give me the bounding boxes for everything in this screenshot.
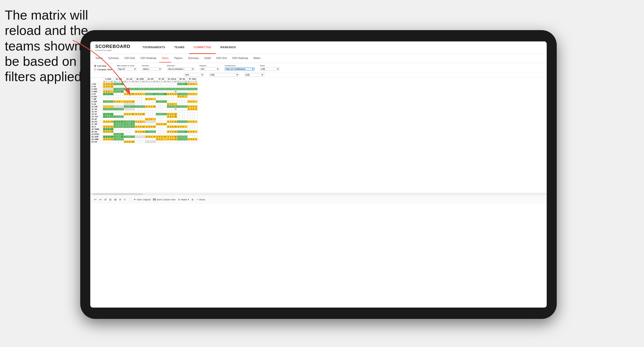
region-group: Region N/A (200, 65, 220, 71)
full-view-radio[interactable]: Full View (94, 65, 112, 67)
zoom-out-button[interactable]: ⊖ (109, 198, 112, 201)
bottom-toolbar: ↩ ↪ ↺ ⊖ ⊕ ⚙ ⏱ (90, 195, 547, 204)
sub-nav-teams[interactable]: Teams (93, 54, 105, 63)
row-label-ut: 5. UT (91, 93, 103, 95)
row-label-vu: 2. VU (91, 85, 103, 88)
conference-all-group: (All) (209, 73, 239, 77)
conference-group: Conference Pac-12 Conference (All) (225, 65, 255, 71)
sub-nav-matrix2[interactable]: Matrix (251, 54, 263, 63)
sub-nav-players[interactable]: Players (172, 54, 185, 63)
table-row: 14. TTU 21 11022 20029 (91, 115, 198, 118)
zoom-out-icon: ⊖ (109, 198, 112, 201)
row-label-uaf: 8. UAF (91, 100, 103, 103)
table-row: 8. UAF 01014 120 01015 11011 010 (91, 100, 198, 103)
nav-items: TOURNAMENTS TEAMS COMMITTEE RANKINGS (138, 41, 240, 54)
nav-item-teams[interactable]: TEAMS (170, 41, 189, 54)
share-button[interactable]: ↗ Share (196, 198, 205, 201)
sh-uo-t: T (150, 81, 153, 83)
col-header-ucla: 31. UCLA (167, 78, 177, 81)
sh-su-l: L (158, 81, 161, 83)
view-original-button[interactable]: 👁 View: Original (134, 198, 150, 201)
conference-select[interactable]: Pac-12 Conference (All) (225, 67, 255, 71)
sh-ucb-l: L (137, 81, 140, 83)
row-label-uv: 12. UV (91, 110, 103, 113)
sh-uw-d: Dif (121, 81, 124, 83)
matrix-table: 3. ASU 10. UW 11. UA 22. UCB 24. UO 27. … (90, 77, 198, 143)
row-label-um: 7. UM (91, 98, 103, 100)
division-label: Division (167, 65, 195, 67)
grid-button[interactable]: ⊞ (192, 198, 194, 201)
sub-nav-h2h-grid2[interactable]: H2H Grid (214, 54, 229, 63)
sh-uw-w: W (114, 81, 116, 83)
table-row: 11. UA 01010 01010 15 3401 (91, 108, 198, 110)
sh-osu-w: W (187, 81, 190, 83)
sh-uu-l: L (180, 81, 182, 83)
row-label-ut2: 13. UT (91, 113, 103, 115)
sh-uu-d: Dif (184, 81, 187, 83)
share-label: Share (199, 198, 205, 201)
compact-view-radio[interactable]: Compact View (94, 68, 112, 71)
table-row: 16. UO 210-14 1201 110 21011 11011 210 (91, 121, 198, 123)
scrollbar-area[interactable] (90, 193, 547, 195)
matrix-scroll-area[interactable]: 3. ASU 10. UW 11. UA 22. UCB 24. UO 27. … (90, 77, 547, 193)
table-row: 10. UW 13011 30032 04173 25066 12051 145… (91, 105, 198, 108)
table-row: 23. UNM 200-21 20025 010 10018 01035 160… (91, 138, 198, 141)
eye-icon: 👁 (134, 198, 136, 201)
row-label-ua: 9. UA (91, 103, 103, 105)
row-label-git: 17. GIT (91, 123, 103, 126)
settings-icon: ⚙ (119, 198, 121, 201)
sh-ucb-d: Dif (142, 81, 145, 83)
table-row: 12. UV (91, 110, 198, 113)
col-header-osu: 57. OSU (187, 78, 197, 81)
team-select[interactable]: (All) (260, 67, 280, 71)
nav-item-committee[interactable]: COMMITTEE (189, 41, 216, 54)
division-select[interactable]: NCAA Division I NCAA Division II (167, 67, 195, 71)
tablet-device: SCOREBOARD Powered by clippd TOURNAMENTS… (80, 30, 557, 319)
settings-button[interactable]: ⚙ (119, 198, 121, 201)
sub-nav-matrix[interactable]: Matrix (159, 54, 171, 63)
sh-asu-d: Dif (110, 81, 114, 83)
region-na-select[interactable]: N/A (184, 73, 204, 77)
sub-nav-summary[interactable]: Summary (106, 54, 121, 63)
redo-button[interactable]: ↪ (99, 198, 102, 201)
toolbar-separator (130, 198, 130, 202)
row-label-unm: 23. UNM (91, 138, 103, 141)
filter-bar: Full View Compact View Max teams in view… (90, 63, 547, 73)
region-select[interactable]: N/A (200, 67, 220, 71)
sh-asu-t: T (108, 81, 110, 83)
table-row: 3. ASU 40080 500120 20048 00052 600160 9… (91, 88, 198, 90)
logo-title: SCOREBOARD (95, 44, 130, 49)
horizontal-scrollbar[interactable] (93, 194, 143, 195)
zoom-in-button[interactable]: ⊕ (114, 198, 117, 201)
watch-label: Watch (181, 198, 187, 201)
sh-su-d: Dif (163, 81, 167, 83)
undo-button[interactable]: ↩ (94, 198, 97, 201)
table-row: 9. UA 010 (91, 103, 198, 105)
nav-item-tournaments[interactable]: TOURNAMENTS (138, 41, 170, 54)
col-header-uw: 10. UW (114, 78, 124, 81)
row-label-ug: 20. UG (91, 131, 103, 133)
watch-button[interactable]: ⊕ Watch ▾ (178, 198, 189, 201)
col-header-uu: 54. UU (177, 78, 187, 81)
team-all-select[interactable]: (All) (244, 73, 264, 77)
nav-item-rankings[interactable]: RANKINGS (216, 41, 240, 54)
team-group: Team (All) (260, 65, 280, 71)
sub-nav-h2h-heatmap[interactable]: H2H Heatmap (138, 54, 159, 63)
gender-select[interactable]: Men's Women's (142, 67, 162, 71)
sub-nav-summary2[interactable]: Summary (186, 54, 201, 63)
nav-bar: SCOREBOARD Powered by clippd TOURNAMENTS… (90, 41, 547, 54)
watch-chevron-icon: ▾ (188, 198, 189, 201)
sub-nav-h2h-heatmap2[interactable]: H2H Heatmap (230, 54, 251, 63)
row-label-ttu: 14. TTU (91, 115, 103, 118)
refresh-button[interactable]: ↺ (104, 198, 107, 201)
clock-button[interactable]: ⏱ (124, 198, 126, 201)
sub-nav-detail[interactable]: Detail (202, 54, 213, 63)
sub-nav-h2h-grid[interactable]: H2H Grid (122, 54, 137, 63)
sh-uw-l: L (116, 81, 119, 83)
table-row: 6. FSU 010 (91, 95, 198, 98)
sh-su-w: W (156, 81, 158, 83)
save-custom-button[interactable]: 💾 Save Custom View (153, 198, 176, 201)
row-label-fsu: 6. FSU (91, 95, 103, 98)
conference-all-select[interactable]: (All) (209, 73, 239, 77)
max-teams-select[interactable]: Top 25 Top 50 (117, 67, 137, 71)
